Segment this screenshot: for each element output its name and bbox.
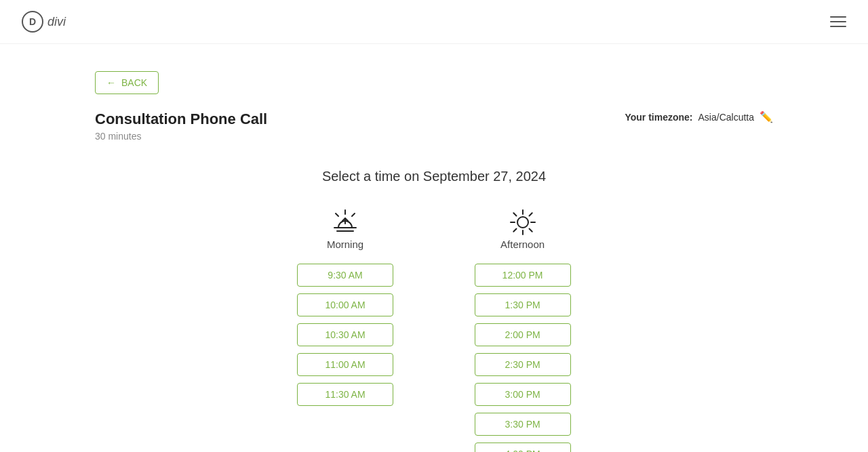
time-grid: Morning 9:30 AM10:00 AM10:30 AM11:00 AM1… — [95, 209, 773, 452]
svg-line-11 — [513, 213, 516, 215]
afternoon-slots: 12:00 PM1:30 PM2:00 PM2:30 PM3:00 PM3:30… — [475, 264, 571, 452]
afternoon-icon — [509, 209, 536, 239]
morning-label: Morning — [327, 239, 363, 250]
time-slot[interactable]: 2:00 PM — [475, 323, 571, 346]
time-slot[interactable]: 12:00 PM — [475, 264, 571, 287]
select-time-heading: Select a time on September 27, 2024 — [95, 169, 773, 184]
header: D divi — [0, 0, 868, 44]
svg-line-1 — [352, 213, 355, 216]
logo-icon: D — [22, 11, 43, 33]
time-slot[interactable]: 4:00 PM — [475, 443, 571, 452]
svg-line-14 — [513, 229, 516, 232]
time-slot[interactable]: 11:00 AM — [297, 353, 393, 376]
morning-slots: 9:30 AM10:00 AM10:30 AM11:00 AM11:30 AM — [297, 264, 393, 406]
svg-line-2 — [336, 213, 338, 216]
page-title: Consultation Phone Call — [95, 110, 267, 128]
time-slot[interactable]: 10:30 AM — [297, 323, 393, 346]
svg-line-12 — [529, 229, 532, 232]
title-section: Consultation Phone Call 30 minutes — [95, 110, 267, 142]
back-button[interactable]: ← BACK — [95, 71, 159, 94]
afternoon-label: Afternoon — [500, 239, 545, 250]
time-slot[interactable]: 3:00 PM — [475, 383, 571, 406]
svg-point-6 — [517, 217, 528, 228]
time-slot[interactable]: 1:30 PM — [475, 293, 571, 316]
time-slot[interactable]: 3:30 PM — [475, 413, 571, 436]
main-content: ← BACK Consultation Phone Call 30 minute… — [0, 44, 868, 452]
time-slot[interactable]: 2:30 PM — [475, 353, 571, 376]
time-slot[interactable]: 10:00 AM — [297, 293, 393, 316]
menu-button[interactable] — [830, 16, 846, 27]
timezone-label: Your timezone: — [625, 112, 692, 123]
morning-icon — [332, 209, 359, 239]
logo-text: divi — [47, 15, 66, 29]
duration-label: 30 minutes — [95, 131, 267, 142]
logo: D divi — [22, 11, 66, 33]
timezone-value: Asia/Calcutta — [698, 112, 754, 123]
time-slot[interactable]: 11:30 AM — [297, 383, 393, 406]
edit-timezone-icon[interactable]: ✏️ — [760, 110, 773, 123]
morning-column: Morning 9:30 AM10:00 AM10:30 AM11:00 AM1… — [297, 209, 393, 452]
timezone-bar: Your timezone: Asia/Calcutta ✏️ — [625, 110, 773, 123]
back-arrow-icon: ← — [106, 77, 116, 88]
time-slot[interactable]: 9:30 AM — [297, 264, 393, 287]
afternoon-column: Afternoon 12:00 PM1:30 PM2:00 PM2:30 PM3… — [475, 209, 571, 452]
svg-line-13 — [529, 213, 532, 215]
